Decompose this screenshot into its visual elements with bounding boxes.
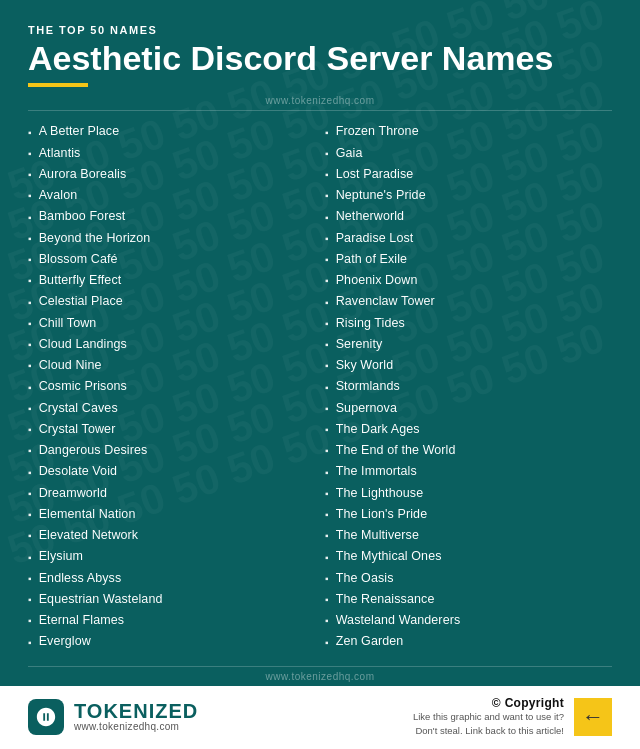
list-item: Bamboo Forest (28, 206, 315, 227)
tokenized-icon (35, 706, 57, 728)
list-item: Crystal Tower (28, 419, 315, 440)
watermark-url-bottom: www.tokenizedhq.com (28, 667, 612, 686)
list-item: Everglow (28, 631, 315, 652)
list-item: Elysium (28, 546, 315, 567)
list-item: Beyond the Horizon (28, 228, 315, 249)
list-item: Butterfly Effect (28, 270, 315, 291)
left-list-column: A Better PlaceAtlantisAurora BorealisAva… (28, 121, 325, 658)
list-item: The Oasis (325, 568, 612, 589)
copyright-line2: Don't steal. Link back to this article! (413, 724, 564, 737)
list-item: Rising Tides (325, 313, 612, 334)
watermark-url-top: www.tokenizedhq.com (28, 95, 612, 106)
copyright-line1: Like this graphic and want to use it? (413, 710, 564, 723)
list-item: The End of the World (325, 440, 612, 461)
list-item: Wasteland Wanderers (325, 610, 612, 631)
list-item: Supernova (325, 398, 612, 419)
list-item: Cloud Landings (28, 334, 315, 355)
list-item: Blossom Café (28, 249, 315, 270)
list-item: Celestial Place (28, 291, 315, 312)
list-item: Atlantis (28, 143, 315, 164)
list-item: Netherworld (325, 206, 612, 227)
copyright-title: © Copyright (413, 696, 564, 710)
brand-name: TOKENIZED (74, 701, 198, 721)
list-item: Frozen Throne (325, 121, 612, 142)
list-item: Serenity (325, 334, 612, 355)
list-item: The Mythical Ones (325, 546, 612, 567)
list-item: Eternal Flames (28, 610, 315, 631)
list-item: Equestrian Wasteland (28, 589, 315, 610)
list-item: Lost Paradise (325, 164, 612, 185)
list-item: Endless Abyss (28, 568, 315, 589)
footer: TOKENIZED www.tokenizedhq.com © Copyrigh… (0, 686, 640, 749)
yellow-accent-bar (28, 83, 88, 87)
list-item: Crystal Caves (28, 398, 315, 419)
list-item: The Lion's Pride (325, 504, 612, 525)
list-item: The Renaissance (325, 589, 612, 610)
brand-logo-icon (28, 699, 64, 735)
list-item: Desolate Void (28, 461, 315, 482)
right-list-column: Frozen ThroneGaiaLost ParadiseNeptune's … (325, 121, 612, 658)
list-item: Aurora Borealis (28, 164, 315, 185)
copyright-text: © Copyright Like this graphic and want t… (413, 696, 564, 737)
list-item: A Better Place (28, 121, 315, 142)
list-item: The Lighthouse (325, 483, 612, 504)
subtitle: THE TOP 50 NAMES (28, 24, 612, 36)
list-item: Neptune's Pride (325, 185, 612, 206)
list-item: Chill Town (28, 313, 315, 334)
list-item: Elevated Network (28, 525, 315, 546)
list-item: The Immortals (325, 461, 612, 482)
list-item: Zen Garden (325, 631, 612, 652)
list-item: Elemental Nation (28, 504, 315, 525)
list-item: The Multiverse (325, 525, 612, 546)
list-item: Stormlands (325, 376, 612, 397)
list-item: Path of Exile (325, 249, 612, 270)
footer-arrow-icon: ← (574, 698, 612, 736)
top-divider (28, 110, 612, 111)
list-item: Dangerous Desires (28, 440, 315, 461)
list-item: Phoenix Down (325, 270, 612, 291)
list-item: The Dark Ages (325, 419, 612, 440)
main-title: Aesthetic Discord Server Names (28, 40, 612, 77)
brand-url: www.tokenizedhq.com (74, 721, 198, 732)
list-item: Gaia (325, 143, 612, 164)
list-item: Ravenclaw Tower (325, 291, 612, 312)
brand-text: TOKENIZED www.tokenizedhq.com (74, 701, 198, 732)
list-item: Avalon (28, 185, 315, 206)
list-item: Sky World (325, 355, 612, 376)
footer-copyright-section: © Copyright Like this graphic and want t… (413, 696, 612, 737)
list-item: Dreamworld (28, 483, 315, 504)
footer-brand-section: TOKENIZED www.tokenizedhq.com (28, 699, 198, 735)
list-item: Paradise Lost (325, 228, 612, 249)
list-item: Cosmic Prisons (28, 376, 315, 397)
list-item: Cloud Nine (28, 355, 315, 376)
